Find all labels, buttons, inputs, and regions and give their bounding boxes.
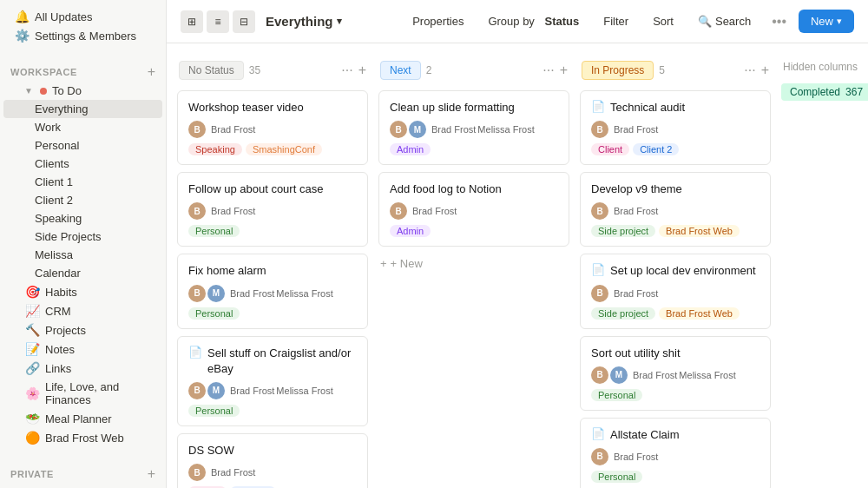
card-develop-v9-theme[interactable]: Develop v9 theme B Brad Frost Side proje… <box>580 172 771 247</box>
card-set-up-local-dev[interactable]: 📄 Set up local dev environment B Brad Fr… <box>580 254 771 328</box>
tag-client: Client <box>591 143 629 155</box>
workspace-add-btn[interactable]: + <box>148 64 155 80</box>
sidebar-item-links[interactable]: 🔗 Links <box>3 359 162 378</box>
card-workshop-teaser-video[interactable]: Workshop teaser video B Brad Frost Speak… <box>177 90 368 165</box>
projects-icon: 🔨 <box>24 323 40 337</box>
sidebar-item-everything[interactable]: Everything <box>3 100 162 118</box>
sidebar-item-speaking[interactable]: Speaking <box>3 209 162 228</box>
card-sort-out-utility[interactable]: Sort out utility shit B M Brad Frost Mel… <box>580 336 771 411</box>
col-no-status-add-btn[interactable]: + <box>358 63 366 78</box>
card-title: Sell stuff on Craigslist and/or eBay <box>207 346 357 377</box>
sidebar-item-notes[interactable]: 📝 Notes <box>3 340 162 359</box>
avatar-brad-frost: B <box>188 382 206 399</box>
completed-label: Completed <box>790 86 840 98</box>
sidebar-item-client1[interactable]: Client 1 <box>3 173 162 191</box>
col-in-progress-more-btn[interactable]: ··· <box>744 63 755 78</box>
card-title: Develop v9 theme <box>591 181 760 197</box>
sidebar-item-life-love-finances[interactable]: 🌸 Life, Love, and Finances <box>3 378 162 409</box>
card-assignees: B Brad Frost <box>591 448 760 465</box>
card-assignees: B Brad Frost <box>591 202 760 220</box>
card-ds-sow[interactable]: DS SOW B Brad Frost Client Client 2 <box>177 433 368 488</box>
topbar: ⊞ ≡ ⊟ Everything ▾ Properties Group by S… <box>167 0 868 43</box>
sidebar-item-clients[interactable]: Clients <box>3 155 162 173</box>
sidebar-item-todo[interactable]: ▼ To Do <box>3 82 162 100</box>
card-clean-up-slide[interactable]: Clean up slide formatting B M Brad Frost… <box>378 90 569 165</box>
card-assignees: B Brad Frost <box>591 285 760 302</box>
bradfrost-icon: 🟠 <box>24 431 40 445</box>
in-progress-badge: In Progress <box>582 61 654 80</box>
links-icon: 🔗 <box>24 361 40 375</box>
chevron-down-icon: ▾ <box>837 16 842 27</box>
search-btn[interactable]: 🔍 Search <box>689 11 760 31</box>
sidebar-item-client2[interactable]: Client 2 <box>3 191 162 209</box>
sort-btn[interactable]: Sort <box>644 11 682 31</box>
filter-btn[interactable]: Filter <box>595 11 637 31</box>
assignee-name: Brad Frost <box>211 206 255 216</box>
tag-smashingconf: SmashingConf <box>246 143 322 155</box>
col-no-status-header: No Status 35 ··· + <box>177 57 368 83</box>
sidebar-item-projects[interactable]: 🔨 Projects <box>3 320 162 340</box>
sidebar-item-calendar[interactable]: Calendar <box>3 264 162 282</box>
sidebar-item-all-updates[interactable]: 🔔 All Updates <box>3 7 162 26</box>
card-allstate-claim[interactable]: 📄 Allstate Claim B Brad Frost Personal <box>580 418 771 488</box>
card-tags: Speaking SmashingConf <box>188 143 357 155</box>
card-title: Allstate Claim <box>610 427 679 443</box>
col-in-progress-header: In Progress 5 ··· + <box>580 57 771 83</box>
card-fix-home-alarm[interactable]: Fix home alarm B M Brad Frost Melissa Fr… <box>177 254 368 328</box>
sidebar-item-settings[interactable]: ⚙️ Settings & Members <box>3 26 162 45</box>
card-assignees: B M Brad Frost Melissa Frost <box>390 121 558 138</box>
private-add-btn[interactable]: + <box>148 466 155 482</box>
more-btn[interactable]: ••• <box>766 10 792 33</box>
sidebar-item-habits[interactable]: 🎯 Habits <box>3 282 162 301</box>
assignee-name2: Melissa Frost <box>276 386 332 396</box>
doc-icon: 📄 <box>188 346 202 359</box>
card-follow-up-court-case[interactable]: Follow up about court case B Brad Frost … <box>177 172 368 247</box>
view-icon-2[interactable]: ≡ <box>207 10 229 33</box>
sidebar-item-melissa[interactable]: Melissa <box>3 246 162 264</box>
card-title: Clean up slide formatting <box>390 100 558 115</box>
avatar-brad-frost: B <box>188 464 206 481</box>
col-next-more-btn[interactable]: ··· <box>542 63 554 78</box>
sidebar-item-media[interactable]: 📷 Media <box>3 484 162 488</box>
col-next-add-new[interactable]: + + New <box>378 254 569 274</box>
assignee-name2: Melissa Frost <box>679 370 735 380</box>
chevron-down-icon: ▼ <box>24 86 33 96</box>
card-title: Set up local dev environment <box>610 263 756 279</box>
card-title: DS SOW <box>188 443 357 458</box>
card-technical-audit[interactable]: 📄 Technical audit B Brad Frost Client Cl… <box>580 90 771 165</box>
tag-personal: Personal <box>188 307 240 320</box>
card-sell-stuff[interactable]: 📄 Sell stuff on Craigslist and/or eBay B… <box>177 336 368 426</box>
avatar-brad-frost: B <box>188 202 206 220</box>
card-add-food-log[interactable]: Add food log to Notion B Brad Frost Admi… <box>378 172 569 247</box>
notes-icon: 📝 <box>24 342 40 356</box>
col-no-status-more-btn[interactable]: ··· <box>341 63 352 78</box>
assignee-name: Brad Frost <box>230 288 274 299</box>
card-title: Fix home alarm <box>188 263 357 279</box>
sidebar-item-side-projects[interactable]: Side Projects <box>3 228 162 246</box>
sidebar-item-work[interactable]: Work <box>3 118 162 136</box>
properties-btn[interactable]: Properties <box>404 11 472 31</box>
card-assignees: B Brad Frost <box>591 121 760 138</box>
avatar-brad-frost: B <box>390 202 407 220</box>
view-icon-1[interactable]: ⊞ <box>181 10 203 33</box>
sidebar-item-personal[interactable]: Personal <box>3 136 162 155</box>
completed-badge[interactable]: Completed 367 <box>781 83 868 101</box>
card-assignees: B Brad Frost <box>390 202 558 220</box>
card-title: Workshop teaser video <box>188 100 357 115</box>
tag-admin: Admin <box>390 143 431 155</box>
sidebar-item-meal-planner[interactable]: 🥗 Meal Planner <box>3 409 162 428</box>
view-icon-3[interactable]: ⊟ <box>233 10 255 33</box>
sidebar-item-brad-frost-web[interactable]: 🟠 Brad Frost Web <box>3 428 162 447</box>
assignee-name: Brad Frost <box>230 386 274 396</box>
sidebar-item-crm[interactable]: 📈 CRM <box>3 301 162 320</box>
card-tags: Personal <box>188 405 357 417</box>
new-btn[interactable]: New ▾ <box>799 10 854 33</box>
avatar-brad-frost: B <box>591 121 608 138</box>
col-in-progress-add-btn[interactable]: + <box>761 63 769 78</box>
main-content: ⊞ ≡ ⊟ Everything ▾ Properties Group by S… <box>167 0 868 488</box>
topbar-title[interactable]: Everything ▾ <box>266 14 342 29</box>
card-assignees: B M Brad Frost Melissa Frost <box>188 382 357 399</box>
col-next-add-btn[interactable]: + <box>560 63 568 78</box>
group-by-btn[interactable]: Group by Status <box>479 11 588 31</box>
assignee-name: Brad Frost <box>412 206 457 216</box>
